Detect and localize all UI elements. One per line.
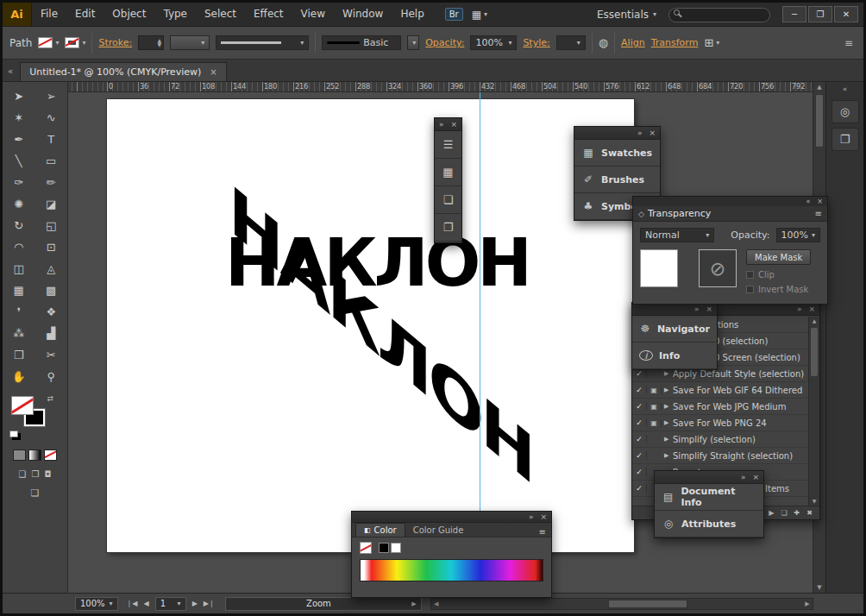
fill-proxy-swatch[interactable] [11,396,34,415]
collapse-panel-icon[interactable]: » [439,120,444,129]
expand-arrow-icon[interactable]: ▶ [662,387,673,393]
fill-color-dropdown[interactable]: ▾ [38,37,59,48]
rectangle-tool-icon[interactable]: ▭ [35,150,68,172]
scroll-down-icon[interactable]: ▼ [809,497,819,506]
hand-tool-icon[interactable]: ✋ [3,366,35,387]
zoom-tool-icon[interactable]: ⚲ [35,366,68,387]
action-toggle-checkbox[interactable]: ✓ [632,402,647,411]
close-panel-icon[interactable]: × [808,305,815,313]
symbol-sprayer-tool-icon[interactable]: ⁂ [3,323,35,344]
transform-widget[interactable]: ⊞ ▾ [704,36,719,49]
eyedropper-tool-icon[interactable]: ❜ [3,301,35,323]
play-icon[interactable]: ▶ [769,509,774,517]
draw-mode-icon[interactable]: ❑ [19,469,27,479]
lasso-tool-icon[interactable]: ∿ [35,107,68,129]
action-row[interactable]: ✓ ▶ Simplify (selection) [632,431,808,448]
panel-title[interactable]: Transparency [648,208,711,219]
close-panel-icon[interactable]: × [706,305,712,313]
scroll-up-icon[interactable]: ▲ [809,317,819,325]
artboards-icon[interactable]: ❐ [435,214,461,242]
artboard-number-field[interactable]: 1 ▾ [155,597,186,611]
panel-tab-item[interactable]: i Info [632,343,717,369]
opacity-panel-link[interactable]: Opacity: [425,37,464,48]
color-target-icon[interactable]: ◎ [831,100,859,123]
collapse-panel-icon[interactable]: » [637,129,643,137]
perspective-grid-tool-icon[interactable]: ◬ [35,258,68,280]
actions-scrollbar[interactable]: ▲ ▼ [808,317,819,506]
make-mask-button[interactable]: Make Mask [746,249,811,265]
gradient-tool-icon[interactable]: ▩ [35,280,68,301]
width-profile-dropdown[interactable]: ▾ [216,35,309,50]
menu-item[interactable]: Window [334,3,392,26]
horizontal-scrollbar[interactable]: ◀ ▶ [430,598,813,610]
panel-opacity-dropdown[interactable]: 100% ▾ [776,228,820,242]
white-swatch[interactable] [391,543,401,553]
line-segment-tool-icon[interactable]: ╲ [3,150,35,172]
panel-tab-item[interactable]: ✐ Brushes [574,167,660,193]
collapse-icons-left-icon[interactable]: « [3,66,20,81]
action-row[interactable]: ✓ ▣ ▶ Save For Web GIF 64 Dithered [632,382,808,399]
menu-item[interactable]: Effect [245,3,292,26]
stroke-panel-link[interactable]: Stroke: [98,37,132,48]
collapse-panel-icon[interactable]: » [694,305,700,313]
rotate-tool-icon[interactable]: ↻ [3,215,35,236]
panel-group-icon[interactable]: ❐ [831,128,859,151]
zoom-level-dropdown[interactable]: 100% ▾ [75,597,118,611]
vertical-scroll-thumb[interactable] [815,94,824,148]
collapse-panel-icon[interactable]: » [529,512,534,521]
menu-item[interactable]: Type [154,3,196,26]
menu-item[interactable]: Help [392,3,432,26]
artboard-tool-icon[interactable]: ❒ [3,344,35,366]
panel-tab-item[interactable]: ▦ Swatches [574,140,660,167]
action-dialog-toggle[interactable]: ▣ [647,387,662,394]
scroll-right-icon[interactable]: ▶ [802,599,813,609]
scale-tool-icon[interactable]: ◱ [35,215,68,236]
action-toggle-checkbox[interactable]: ✓ [632,468,647,476]
action-dialog-toggle[interactable]: ▣ [647,419,662,427]
maximize-button[interactable]: ❐ [808,6,832,22]
draw-mode-icon[interactable]: ❐ [32,469,40,479]
expand-arrow-icon[interactable]: ▶ [662,452,673,459]
opacity-dropdown[interactable]: 100% ▾ [470,35,517,50]
document-setup-icon[interactable]: ◍ [599,36,608,49]
selection-tool-icon[interactable]: ➤ [3,85,35,107]
brush-dropdown-caret[interactable]: ▾ [407,35,419,50]
pencil-tool-icon[interactable]: ✏ [35,172,68,193]
menu-item[interactable]: Object [104,3,154,26]
bridge-icon[interactable]: Br [445,8,463,21]
action-toggle-checkbox[interactable]: ✓ [632,484,647,493]
delete-icon[interactable]: ✖ [806,509,813,517]
align-panel-link[interactable]: Align [621,37,645,48]
control-panel-menu-icon[interactable]: ≡ [844,37,857,49]
last-artboard-button[interactable]: ▶❘ [204,600,215,607]
action-toggle-checkbox[interactable]: ✓ [632,369,647,378]
horizontal-scroll-thumb[interactable] [608,600,687,608]
direct-selection-tool-icon[interactable]: ➢ [35,85,68,107]
action-row[interactable]: ✓ ▣ ▶ Save For Web JPG Medium [632,399,808,415]
scroll-left-icon[interactable]: ◀ [431,599,442,609]
expand-arrow-icon[interactable]: ▶ [662,419,673,426]
paintbrush-tool-icon[interactable]: ✑ [3,172,35,193]
close-panel-icon[interactable]: × [649,129,656,137]
action-row[interactable]: ✓ ▶ Simplify Straight (selection) [632,448,808,464]
default-fill-stroke-icon[interactable] [9,431,18,437]
previous-artboard-button[interactable]: ◀ [143,600,148,607]
panel-tab-item[interactable]: ☸ Navigator [632,316,717,343]
close-tab-icon[interactable]: × [210,67,216,77]
search-input[interactable] [668,8,770,22]
blend-mode-dropdown[interactable]: Normal ▾ [640,228,714,242]
panel-flyout-menu-icon[interactable]: ≡ [539,527,551,537]
tab-color-guide[interactable]: Color Guide [405,523,472,537]
document-tab[interactable]: Untitled-1* @ 100% (CMYK/Preview) × [20,62,227,81]
gradient-fill-button[interactable] [28,449,41,461]
swap-fill-stroke-icon[interactable]: ⇄ [47,394,53,403]
mask-thumbnail[interactable]: ⊘ [699,249,737,287]
panel-tab-item[interactable]: ▤ Document Info [655,484,763,511]
blend-tool-icon[interactable]: ❖ [35,301,68,323]
first-artboard-button[interactable]: ❘◀ [127,600,138,607]
brush-definition-dropdown[interactable]: Basic [322,35,401,50]
next-artboard-button[interactable]: ▶ [192,600,198,607]
tab-color[interactable]: ◧ Color [355,523,405,537]
pen-tool-icon[interactable]: ✒ [3,129,35,150]
style-dropdown[interactable]: ▾ [556,35,586,50]
